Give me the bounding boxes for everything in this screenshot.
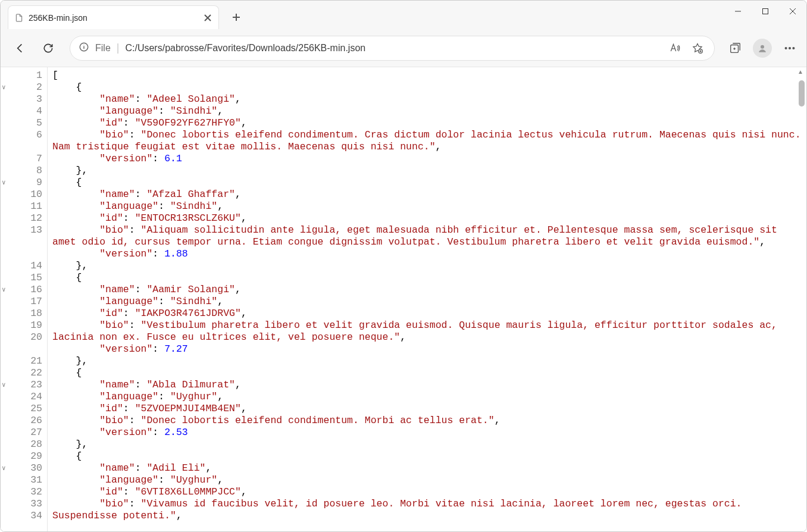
browser-tab[interactable]: 256KB-min.json	[8, 5, 219, 29]
svg-rect-0	[763, 9, 768, 14]
toolbar: File | C:/Users/pabrosse/Favorites/Downl…	[1, 29, 806, 67]
close-window-button[interactable]	[779, 1, 806, 22]
svg-point-6	[789, 47, 791, 49]
read-aloud-icon[interactable]	[667, 40, 683, 57]
svg-point-5	[785, 47, 787, 49]
close-tab-button[interactable]	[203, 13, 212, 23]
json-viewer: ∨ ∨ ∨ ∨ ∨ 123456 78910111213 14151617181…	[1, 67, 806, 531]
collections-icon[interactable]	[725, 39, 745, 58]
maximize-button[interactable]	[752, 1, 779, 22]
address-bar[interactable]: File | C:/Users/pabrosse/Favorites/Downl…	[70, 36, 715, 61]
svg-point-4	[761, 45, 764, 48]
scrollbar-up-button[interactable]: ▲	[796, 68, 805, 78]
back-button[interactable]	[8, 36, 32, 60]
new-tab-button[interactable]	[228, 9, 245, 26]
scrollbar-thumb[interactable]	[799, 80, 805, 107]
tab-title: 256KB-min.json	[29, 13, 198, 23]
file-icon	[14, 13, 24, 23]
url-path: C:/Users/pabrosse/Favorites/Downloads/25…	[125, 43, 661, 54]
divider: |	[117, 42, 120, 54]
refresh-button[interactable]	[36, 36, 60, 60]
fold-column[interactable]: ∨ ∨ ∨ ∨ ∨	[2, 70, 6, 532]
titlebar: 256KB-min.json	[1, 1, 806, 29]
minimize-button[interactable]	[724, 1, 752, 22]
svg-point-7	[793, 47, 795, 49]
code-content[interactable]: [ { "name": "Adeel Solangi", "language":…	[47, 67, 806, 531]
site-info-icon[interactable]	[79, 42, 89, 55]
profile-avatar[interactable]	[753, 39, 772, 58]
more-menu-button[interactable]	[780, 39, 799, 58]
favorite-icon[interactable]	[689, 40, 706, 57]
line-number-gutter: ∨ ∨ ∨ ∨ ∨ 123456 78910111213 14151617181…	[1, 67, 47, 531]
url-scheme-label: File	[95, 43, 111, 54]
